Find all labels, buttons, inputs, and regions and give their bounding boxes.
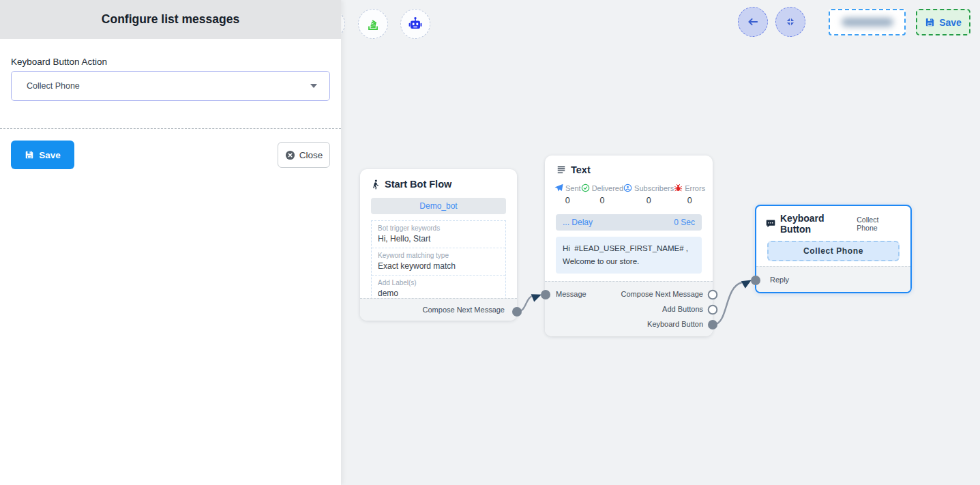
node-keyboard-button[interactable]: Keyboard Button Collect Phone Collect Ph… xyxy=(755,205,912,293)
panel-close-label: Close xyxy=(299,150,323,160)
field-label: Add Label(s) xyxy=(378,279,499,286)
stat-value: 0 xyxy=(581,196,623,205)
text-lines-icon xyxy=(556,165,566,175)
stack-icon xyxy=(366,16,381,31)
edge-text-to-keyboard xyxy=(713,282,742,325)
connector-keyboard-output[interactable] xyxy=(708,320,717,329)
stat-label: Subscribers xyxy=(634,184,674,192)
text-node-footer: Message Compose Next Message Add Buttons… xyxy=(545,281,713,336)
node-start-bot-flow[interactable]: Start Bot Flow Demo_bot Bot trigger keyw… xyxy=(360,169,517,321)
field-matching-type[interactable]: Keyword matching type Exact keyword matc… xyxy=(372,248,505,276)
walking-person-icon xyxy=(371,179,380,190)
flow-save-button[interactable]: Save xyxy=(916,9,970,35)
redacted-flow-name-button[interactable] xyxy=(829,9,906,35)
output-keyboard-button-label: Keyboard Button xyxy=(647,320,703,328)
start-node-footer: Compose Next Message xyxy=(360,298,517,321)
panel-title: Configure list messages xyxy=(0,0,341,39)
x-circle-icon xyxy=(285,150,295,160)
delay-setting[interactable]: ... Delay 0 Sec xyxy=(556,214,702,231)
field-value: Exact keyword match xyxy=(378,261,499,271)
start-fields-box: Bot trigger keywords Hi, Hello, Start Ke… xyxy=(371,220,506,303)
chevron-down-icon xyxy=(310,84,317,88)
stat-sent: Sent 0 xyxy=(554,183,581,205)
stat-value: 0 xyxy=(623,196,674,205)
connector-start-output[interactable] xyxy=(512,307,522,317)
input-message-label: Message xyxy=(556,290,586,298)
compress-icon xyxy=(785,16,796,27)
output-add-buttons-label: Add Buttons xyxy=(662,305,703,313)
arrow-left-icon xyxy=(747,16,759,28)
floppy-icon xyxy=(925,17,935,27)
delay-value: 0 Sec xyxy=(674,218,695,227)
node-title-label: Keyboard Button xyxy=(780,213,857,235)
collect-phone-button[interactable]: Collect Phone xyxy=(767,241,900,261)
keyboard-action-label: Collect Phone xyxy=(857,216,901,232)
fit-view-button[interactable] xyxy=(775,7,805,37)
select-value: Collect Phone xyxy=(27,81,80,91)
keyboard-node-footer: Reply xyxy=(756,266,910,292)
redacted-text xyxy=(842,18,893,27)
message-text-box[interactable]: Hi #LEAD_USER_FIRST_NAME# , Welcome to o… xyxy=(556,237,702,274)
input-reply-label: Reply xyxy=(770,276,789,284)
check-circle-icon xyxy=(581,183,590,192)
panel-divider xyxy=(0,128,341,129)
field-label: Keyword matching type xyxy=(378,252,499,259)
configure-panel: Configure list messages Keyboard Button … xyxy=(0,0,341,485)
floppy-icon xyxy=(25,150,34,160)
stat-value: 0 xyxy=(674,196,705,205)
robot-icon xyxy=(407,16,424,32)
node-text-message[interactable]: Text Sent 0 xyxy=(545,156,713,336)
stat-errors: Errors 0 xyxy=(674,183,705,205)
user-circle-icon xyxy=(623,183,632,192)
stat-subscribers: Subscribers 0 xyxy=(623,183,674,205)
field-value: demo xyxy=(378,289,499,298)
panel-save-button[interactable]: Save xyxy=(11,141,74,169)
connector-reply-input[interactable] xyxy=(751,276,760,285)
output-compose-label: Compose Next Message xyxy=(621,290,703,298)
back-button[interactable] xyxy=(738,7,768,37)
delay-label: ... Delay xyxy=(563,218,593,227)
panel-save-label: Save xyxy=(39,150,61,160)
message-stats: Sent 0 Delivered 0 xyxy=(545,182,713,205)
panel-close-button[interactable]: Close xyxy=(278,142,330,168)
connector-add-buttons-output[interactable] xyxy=(709,306,717,314)
bot-tool-button[interactable] xyxy=(400,9,430,39)
stat-delivered: Delivered 0 xyxy=(581,183,623,205)
output-compose-next-message-label: Compose Next Message xyxy=(423,306,505,314)
node-title-label: Start Bot Flow xyxy=(385,179,451,190)
stat-value: 0 xyxy=(554,196,581,205)
stat-label: Sent xyxy=(565,184,581,192)
keyboard-action-field-label: Keyboard Button Action xyxy=(11,57,330,67)
bot-name-chip[interactable]: Demo_bot xyxy=(371,198,506,214)
flow-save-label: Save xyxy=(939,17,962,28)
connector-text-message-input[interactable] xyxy=(541,290,550,299)
field-label: Bot trigger keywords xyxy=(378,224,499,232)
field-trigger-keywords[interactable]: Bot trigger keywords Hi, Hello, Start xyxy=(372,221,505,248)
keyboard-action-select[interactable]: Collect Phone xyxy=(11,71,330,101)
node-title-label: Text xyxy=(571,164,591,175)
bug-icon xyxy=(674,183,683,192)
stack-tool-button[interactable] xyxy=(358,9,388,39)
stat-label: Errors xyxy=(685,184,705,192)
field-value: Hi, Hello, Start xyxy=(378,234,499,244)
stat-label: Delivered xyxy=(592,184,623,192)
connector-compose-output[interactable] xyxy=(709,291,717,299)
paper-plane-icon xyxy=(554,183,563,192)
chat-bubble-icon xyxy=(766,219,775,229)
